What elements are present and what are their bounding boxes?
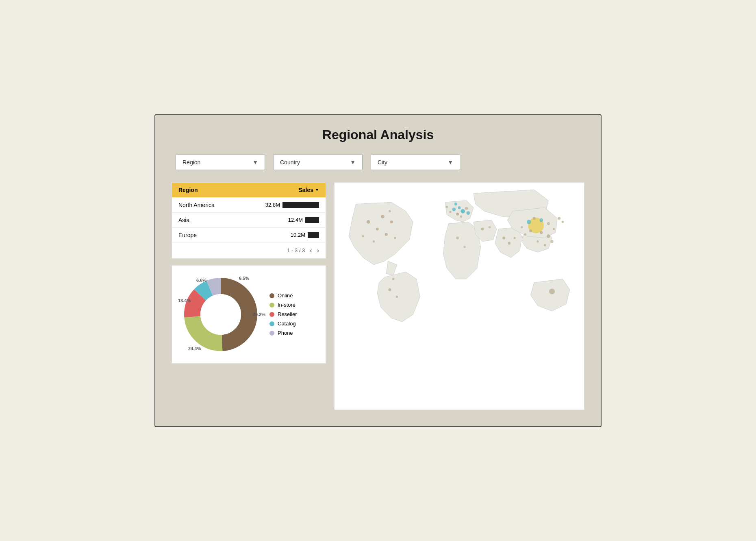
dot-eu3 — [461, 209, 465, 213]
region-sales: 32.8M — [265, 202, 319, 208]
dot-ea5 — [553, 228, 555, 230]
dot-eu6 — [465, 207, 468, 209]
dashboard: Regional Analysis Region ▼ Country ▼ Cit… — [154, 114, 602, 427]
dot-ea6 — [529, 229, 532, 232]
dot-eu1 — [452, 207, 456, 211]
dot-me1 — [481, 227, 484, 230]
sales-bar — [308, 232, 319, 238]
pct-phone: 6.5% — [239, 276, 249, 281]
legend-instore: In-store — [269, 302, 297, 308]
world-map-panel — [334, 182, 584, 410]
dot-ea10 — [524, 233, 526, 235]
dot-sa3 — [392, 278, 394, 280]
table-row: Asia 12.4M — [172, 212, 326, 227]
dot-sea2 — [544, 244, 546, 246]
legend-label-phone: Phone — [278, 330, 293, 336]
donut-chart: 49.2% 24.4% 13.4% 6.6% 6.5% — [180, 274, 261, 355]
dot-sa2 — [396, 296, 398, 298]
city-filter[interactable]: City ▼ — [371, 155, 460, 170]
dot-sea3 — [537, 240, 539, 242]
legend-dot-online — [269, 293, 274, 298]
dot-ea8 — [547, 234, 550, 238]
col-region: Region — [178, 187, 299, 193]
content-row: Region Sales ▼ North America 32.8M Asia — [172, 182, 584, 410]
dot-sa1 — [388, 288, 391, 291]
legend-dot-instore — [269, 303, 274, 308]
sales-bar — [282, 202, 319, 208]
dot-na8 — [381, 214, 385, 218]
pagination: 1 - 3 / 3 ‹ › — [172, 242, 326, 258]
dot-eu5 — [449, 211, 451, 213]
legend-catalog: Catalog — [269, 321, 297, 327]
filters-row: Region ▼ Country ▼ City ▼ — [172, 155, 584, 170]
dot-af1 — [456, 236, 459, 239]
legend-dot-reseller — [269, 312, 274, 317]
country-filter[interactable]: Country ▼ — [273, 155, 363, 170]
dot-ea3 — [539, 218, 543, 222]
pct-online: 49.2% — [253, 312, 265, 317]
dot-ea9 — [521, 226, 523, 228]
donut-hole — [200, 294, 241, 335]
sales-bar — [305, 217, 319, 223]
dot-ea7 — [540, 231, 543, 234]
dot-sa2 — [508, 242, 511, 244]
dot-na4 — [390, 220, 393, 223]
sort-icon[interactable]: ▼ — [315, 188, 319, 192]
legend-label-online: Online — [278, 292, 293, 299]
prev-page-button[interactable]: ‹ — [310, 247, 312, 254]
col-sales: Sales ▼ — [299, 187, 319, 193]
dot-sea1 — [551, 240, 554, 243]
legend-online: Online — [269, 292, 297, 299]
dot-na7 — [394, 237, 396, 239]
dot-na6 — [373, 240, 375, 242]
dot-ea4 — [547, 222, 550, 225]
region-filter-arrow: ▼ — [252, 159, 258, 166]
legend-label-catalog: Catalog — [278, 321, 296, 327]
city-filter-arrow: ▼ — [448, 159, 453, 166]
page-title: Regional Analysis — [172, 127, 584, 142]
pct-reseller: 13.4% — [178, 298, 191, 303]
country-filter-label: Country — [280, 159, 300, 166]
dot-af2 — [464, 246, 466, 248]
dot-ea1 — [527, 220, 531, 224]
dot-eu7 — [460, 215, 462, 217]
country-filter-arrow: ▼ — [350, 159, 356, 166]
dot-na1 — [367, 220, 370, 224]
region-name: Asia — [178, 217, 288, 223]
table-row: North America 32.8M — [172, 197, 326, 212]
region-filter-label: Region — [182, 159, 200, 166]
region-sales: 12.4M — [288, 217, 319, 223]
region-table: Region Sales ▼ North America 32.8M Asia — [172, 182, 326, 259]
region-name: Europe — [178, 232, 291, 238]
dot-me2 — [489, 226, 491, 228]
dot-eu9 — [467, 211, 470, 215]
region-sales: 10.2M — [291, 232, 319, 238]
pct-catalog: 6.6% — [196, 278, 206, 283]
legend-dot-phone — [269, 331, 274, 336]
legend-label-instore: In-store — [278, 302, 295, 308]
dot-sa1 — [502, 236, 505, 239]
donut-svg — [180, 274, 261, 355]
dot-eu4 — [456, 212, 459, 215]
pct-instore: 24.4% — [188, 346, 201, 351]
next-page-button[interactable]: › — [317, 247, 319, 254]
dot-eu10 — [446, 206, 448, 208]
dot-sa3 — [513, 237, 515, 239]
donut-panel: 49.2% 24.4% 13.4% 6.6% 6.5% Online In-st… — [172, 265, 326, 364]
world-map-svg — [335, 183, 584, 343]
city-filter-label: City — [378, 159, 387, 166]
legend-dot-catalog — [269, 321, 274, 326]
region-filter[interactable]: Region ▼ — [176, 155, 265, 170]
pagination-text: 1 - 3 / 3 — [287, 247, 305, 253]
dot-na3 — [385, 233, 388, 236]
dot-eu8 — [454, 203, 457, 205]
table-row: Europe 10.2M — [172, 227, 326, 242]
dot-jp1 — [558, 217, 560, 220]
legend-reseller: Reseller — [269, 311, 297, 317]
dot-aus — [549, 288, 555, 294]
region-name: North America — [178, 202, 265, 208]
dot-eu2 — [458, 206, 461, 209]
chart-legend: Online In-store Reseller Catalog — [269, 292, 297, 336]
dot-ea2 — [533, 217, 536, 220]
left-panels: Region Sales ▼ North America 32.8M Asia — [172, 182, 326, 364]
